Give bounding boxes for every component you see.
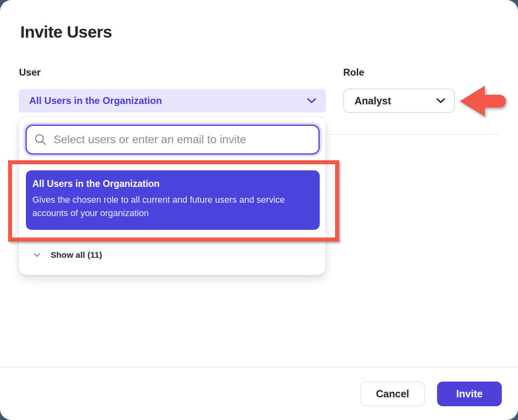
show-all-label: Show all (11)	[51, 250, 102, 260]
role-select-value: Analyst	[355, 95, 436, 107]
cancel-button[interactable]: Cancel	[360, 382, 425, 406]
user-search-input[interactable]	[53, 133, 310, 146]
user-select-trigger[interactable]: All Users in the Organization	[19, 89, 326, 112]
footer-divider	[0, 367, 518, 367]
invite-button[interactable]: Invite	[437, 382, 502, 406]
search-icon	[34, 133, 47, 146]
chevron-down-icon	[307, 98, 316, 104]
show-all-toggle[interactable]: Show all (11)	[19, 246, 325, 264]
dropdown-option-all-users[interactable]: All Users in the Organization Gives the …	[26, 170, 320, 230]
option-title: All Users in the Organization	[32, 178, 312, 189]
user-field-label: User	[19, 67, 40, 78]
option-description: Gives the chosen role to all current and…	[32, 193, 308, 220]
role-select-trigger[interactable]: Analyst	[343, 89, 455, 113]
annotation-arrow-left-icon	[459, 83, 507, 121]
user-search-box[interactable]	[25, 125, 320, 155]
page-title: Invite Users	[20, 23, 112, 42]
invite-users-dialog: Invite Users User Role All Users in the …	[0, 0, 518, 420]
role-field-label: Role	[343, 67, 364, 78]
user-select-value: All Users in the Organization	[29, 95, 307, 106]
chevron-down-icon	[436, 98, 445, 104]
user-dropdown-panel: All Users in the Organization Gives the …	[19, 117, 326, 275]
chevron-down-icon	[34, 253, 40, 257]
